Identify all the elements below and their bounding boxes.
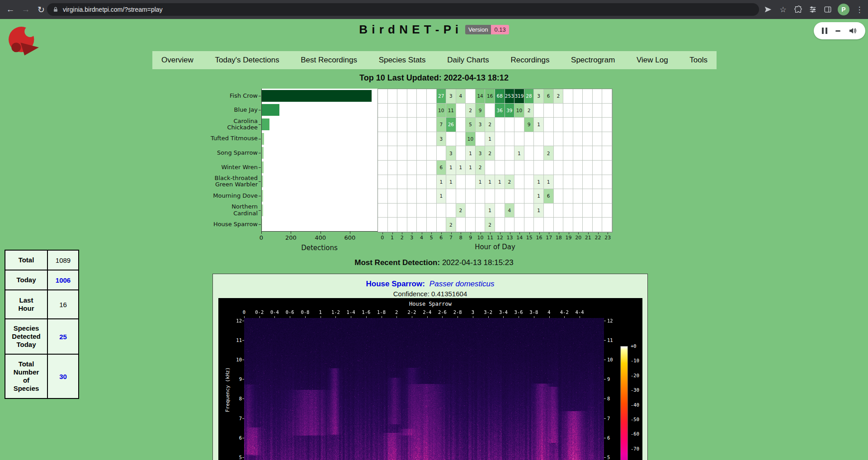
species-axis-tick <box>259 196 261 196</box>
hour-axis-tick <box>402 232 402 234</box>
heatmap-cell: 3 <box>476 118 486 132</box>
spec-time-label: 0-8 <box>297 309 313 315</box>
nav-item-recordings[interactable]: Recordings <box>510 56 549 65</box>
hour-axis-tick <box>451 232 452 234</box>
nav-item-daily-charts[interactable]: Daily Charts <box>447 56 489 65</box>
stats-value-link[interactable]: 1006 <box>47 270 79 290</box>
heatmap-cell <box>417 204 427 218</box>
heatmap-cell <box>417 89 427 104</box>
detection-common-name[interactable]: House Sparrow: <box>366 280 425 288</box>
speaker-icon[interactable] <box>848 26 857 35</box>
heatmap-cell <box>437 218 447 232</box>
heatmap-cell <box>495 218 505 232</box>
pause-icon[interactable] <box>822 28 827 34</box>
spec-db-label: -50 <box>631 417 639 422</box>
heatmap-cell <box>397 161 407 175</box>
side-panel-icon[interactable] <box>823 5 833 14</box>
heatmap-cell <box>573 146 583 161</box>
heatmap-cell <box>544 218 554 232</box>
spec-time-tick <box>503 316 504 318</box>
nav-item-today-s-detections[interactable]: Today's Detections <box>215 56 279 65</box>
heatmap-cell <box>573 175 583 190</box>
heatmap-cell <box>476 189 486 204</box>
heatmap-cell: 3 <box>446 146 456 161</box>
nav-item-best-recordings[interactable]: Best Recordings <box>301 56 357 65</box>
heatmap-cell <box>397 175 407 190</box>
spec-time-tick <box>321 316 321 318</box>
heatmap-cell <box>466 175 476 190</box>
extensions-puzzle-icon[interactable] <box>793 5 803 14</box>
audio-player[interactable] <box>814 22 865 39</box>
stats-table: Total1089Today1006Last Hour16Species Det… <box>5 250 79 399</box>
spec-time-label: 3-8 <box>526 309 542 315</box>
spectrogram-title: House Sparrow <box>218 301 642 307</box>
spec-time-tick <box>351 316 351 318</box>
heatmap-cell <box>485 104 495 118</box>
forward-icon[interactable]: → <box>19 3 33 16</box>
heatmap-cell <box>378 175 388 190</box>
stats-value-link[interactable]: 25 <box>47 319 79 354</box>
nav-item-spectrogram[interactable]: Spectrogram <box>571 56 615 65</box>
back-icon[interactable]: ← <box>4 3 17 16</box>
address-bar[interactable]: virginia.birdnetpi.com/?stream=play <box>47 3 759 16</box>
heatmap-cell <box>602 104 612 118</box>
spec-db-label: +0 <box>631 343 637 349</box>
menu-kebab-icon[interactable]: ⋮ <box>854 5 864 14</box>
reload-icon[interactable]: ↻ <box>34 3 48 16</box>
spec-freq-label-left: 9 <box>228 376 242 382</box>
spec-freq-tick <box>604 379 606 379</box>
hour-label: 15 <box>524 235 534 241</box>
heatmap-cell <box>514 161 524 175</box>
detection-scientific-name[interactable]: Passer domesticus <box>429 280 495 288</box>
spec-time-label: 1-6 <box>359 309 374 315</box>
heatmap-cell <box>554 175 564 190</box>
heatmap-cell: 27 <box>437 89 447 104</box>
media-controls-icon[interactable] <box>808 5 818 14</box>
heatmap-cell <box>524 146 534 161</box>
heatmap-cell: 10 <box>466 132 476 147</box>
share-icon[interactable] <box>763 5 773 14</box>
stats-value-link[interactable]: 30 <box>47 354 79 398</box>
heatmap-cell <box>573 204 583 218</box>
spec-db-label: -60 <box>631 431 639 436</box>
heatmap-cell <box>446 132 456 147</box>
spec-time-label: 1 <box>313 309 328 315</box>
heatmap-cell <box>378 218 388 232</box>
hour-label: 9 <box>466 235 476 241</box>
nav-item-species-stats[interactable]: Species Stats <box>379 56 426 65</box>
heatmap-cell <box>456 146 466 161</box>
bookmark-star-icon[interactable]: ☆ <box>778 5 788 14</box>
heatmap-cell <box>397 132 407 147</box>
nav-item-tools[interactable]: Tools <box>689 56 708 65</box>
hour-axis-tick <box>431 232 432 234</box>
heatmap-cell <box>583 204 593 218</box>
hour-axis-tick <box>461 232 461 234</box>
heatmap-cell: 1 <box>534 118 544 132</box>
spec-time-tick <box>274 316 275 318</box>
heatmap-cell <box>397 104 407 118</box>
heatmap-cell <box>583 189 593 204</box>
species-label-mourning-dove: Mourning Dove <box>190 189 258 203</box>
heatmap-cell <box>495 132 505 147</box>
nav-item-view-log[interactable]: View Log <box>637 56 668 65</box>
heatmap-cell <box>417 189 427 204</box>
bar-tick-label: 0 <box>252 234 270 241</box>
nav-item-overview[interactable]: Overview <box>161 56 193 65</box>
heatmap-cell <box>593 104 603 118</box>
heatmap-cell <box>554 118 564 132</box>
stats-row-species-detected-today: Species Detected Today25 <box>5 319 79 354</box>
heatmap-cell: 9 <box>476 104 486 118</box>
heatmap-cell <box>593 189 603 204</box>
most-recent-value: 2022-04-13 18:15:23 <box>442 258 514 267</box>
spec-time-label: 3-6 <box>511 309 526 315</box>
profile-avatar[interactable]: P <box>838 4 849 15</box>
stats-value: 1089 <box>47 250 79 270</box>
heatmap-cell <box>602 189 612 204</box>
hour-label: 18 <box>554 235 564 241</box>
heatmap-cell <box>602 146 612 161</box>
spectrogram-colorbar <box>620 346 628 460</box>
spec-freq-label-right: 5 <box>607 455 621 460</box>
species-axis-tick <box>259 181 261 182</box>
heatmap-cell: 1 <box>485 132 495 147</box>
heatmap-cell <box>427 132 437 147</box>
